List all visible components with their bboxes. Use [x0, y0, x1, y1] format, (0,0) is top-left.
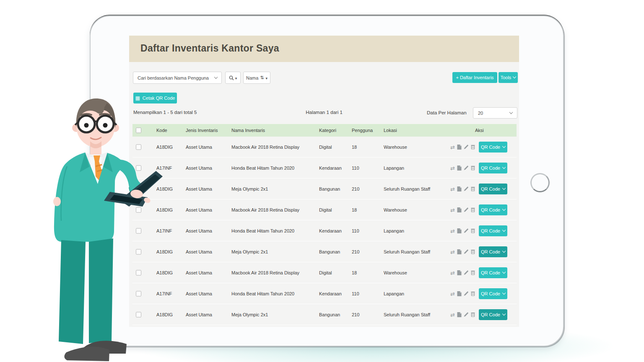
table-row: A18DIG Asset Utama Meja Olympic 2x1 Bang… [132, 304, 517, 325]
search-filter-select[interactable]: Cari berdasarkan Nama Pengguna [133, 72, 222, 84]
chevron-down-icon [509, 110, 513, 114]
delete-trash-icon[interactable] [471, 270, 475, 275]
cell-jenis: Asset Utama [186, 249, 212, 254]
cell-lokasi: Warehouse [384, 145, 407, 150]
transfer-icon[interactable] [450, 228, 455, 234]
qr-code-label: QR Code [481, 228, 500, 233]
header-kategori: Kategori [319, 128, 336, 133]
cell-nama: Macbook Air 2018 Retina Display [231, 270, 299, 275]
delete-trash-icon[interactable] [471, 228, 475, 233]
edit-pencil-icon[interactable] [464, 165, 469, 171]
cell-pengguna: 110 [352, 165, 359, 171]
qr-code-button[interactable]: QR Code [479, 246, 507, 257]
search-button[interactable] [225, 72, 241, 84]
illustration-person [42, 94, 168, 362]
edit-pencil-icon[interactable] [464, 228, 469, 233]
edit-pencil-icon[interactable] [464, 145, 469, 150]
transfer-icon[interactable] [450, 269, 455, 276]
edit-pencil-icon[interactable] [464, 312, 469, 317]
delete-trash-icon[interactable] [471, 291, 475, 296]
sort-label: Nama [246, 75, 258, 80]
table-row: A18DIG Asset Utama Macbook Air 2018 Reti… [132, 199, 517, 220]
cell-pengguna: 210 [352, 312, 359, 317]
cell-pengguna: 210 [352, 186, 359, 191]
delete-trash-icon[interactable] [471, 145, 475, 150]
copy-file-icon[interactable] [457, 291, 462, 296]
search-icon [229, 75, 234, 80]
chevron-down-icon [502, 165, 506, 168]
copy-file-icon[interactable] [457, 312, 462, 317]
edit-pencil-icon[interactable] [464, 207, 469, 212]
qr-code-label: QR Code [481, 165, 500, 171]
delete-trash-icon[interactable] [471, 312, 475, 317]
cell-jenis: Asset Utama [186, 291, 212, 296]
cell-kategori: Kendaraan [319, 291, 342, 296]
sort-button[interactable]: Nama [243, 72, 270, 84]
qr-code-button[interactable]: QR Code [479, 288, 507, 299]
transfer-icon[interactable] [450, 165, 455, 171]
copy-file-icon[interactable] [457, 228, 462, 233]
cell-nama: Honda Beat Hitam Tahun 2020 [231, 165, 294, 171]
qr-code-button[interactable]: QR Code [479, 225, 507, 236]
edit-pencil-icon[interactable] [464, 249, 469, 254]
qr-code-button[interactable]: QR Code [479, 184, 507, 194]
qr-code-button[interactable]: QR Code [479, 204, 507, 215]
copy-file-icon[interactable] [457, 186, 462, 191]
table-row: A18DIG Asset Utama Meja Olympic 2x1 Bang… [132, 178, 517, 199]
delete-trash-icon[interactable] [471, 186, 475, 191]
copy-file-icon[interactable] [457, 144, 462, 150]
search-filter-label: Cari berdasarkan Nama Pengguna [138, 75, 209, 80]
edit-pencil-icon[interactable] [464, 270, 469, 275]
transfer-icon[interactable] [450, 144, 455, 150]
transfer-icon[interactable] [450, 186, 455, 192]
cell-jenis: Asset Utama [186, 165, 212, 171]
header-lokasi: Lokasi [384, 128, 397, 133]
cell-kategori: Digital [319, 207, 332, 212]
cell-nama: Macbook Air 2018 Retina Display [231, 145, 299, 150]
qr-code-button[interactable]: QR Code [479, 267, 507, 278]
chevron-down-icon [502, 144, 506, 147]
qr-code-label: QR Code [481, 186, 500, 191]
qr-code-label: QR Code [481, 145, 500, 150]
transfer-icon[interactable] [450, 248, 455, 255]
cell-lokasi: Lapangan [384, 228, 404, 233]
cell-nama: Macbook Air 2018 Retina Display [231, 207, 299, 212]
chevron-down-icon [502, 207, 506, 210]
inventory-app-panel: Daftar Inventaris Kantor Saya Cari berda… [129, 36, 519, 327]
home-button[interactable] [530, 173, 550, 192]
qr-code-button[interactable]: QR Code [479, 309, 507, 320]
per-page-value: 20 [478, 111, 483, 116]
copy-file-icon[interactable] [457, 249, 462, 254]
per-page-label: Data Per Halaman [427, 110, 467, 115]
delete-trash-icon[interactable] [471, 249, 475, 254]
chevron-down-icon [502, 291, 506, 294]
cell-jenis: Asset Utama [186, 207, 212, 212]
qr-code-label: QR Code [481, 270, 500, 275]
cell-nama: Honda Beat Hitam Tahun 2020 [231, 228, 294, 233]
cell-pengguna: 110 [352, 228, 359, 233]
qr-code-button[interactable]: QR Code [479, 163, 507, 173]
cell-kategori: Digital [319, 270, 332, 275]
edit-pencil-icon[interactable] [464, 291, 469, 296]
copy-file-icon[interactable] [457, 207, 462, 212]
cell-lokasi: Warehouse [384, 270, 407, 275]
delete-trash-icon[interactable] [471, 165, 475, 171]
edit-pencil-icon[interactable] [464, 186, 469, 191]
qr-code-label: QR Code [481, 249, 500, 254]
table-header-row: Kode Jenis Inventaris Nama Inventaris Ka… [132, 124, 517, 137]
add-inventory-button[interactable]: + Daftar Inventaris [452, 72, 497, 83]
copy-file-icon[interactable] [457, 165, 462, 171]
copy-file-icon[interactable] [457, 270, 462, 275]
transfer-icon[interactable] [450, 207, 455, 213]
transfer-icon[interactable] [450, 311, 455, 318]
qr-code-button[interactable]: QR Code [479, 142, 507, 153]
cell-jenis: Asset Utama [186, 270, 212, 275]
header-nama: Nama Inventaris [231, 128, 265, 133]
cell-pengguna: 18 [352, 145, 357, 150]
add-inventory-label: + Daftar Inventaris [456, 75, 493, 80]
per-page-select[interactable]: 20 [473, 107, 517, 119]
transfer-icon[interactable] [450, 290, 455, 297]
cell-kategori: Bangunan [319, 312, 340, 317]
tools-button[interactable]: Tools [499, 72, 518, 83]
delete-trash-icon[interactable] [471, 207, 475, 212]
